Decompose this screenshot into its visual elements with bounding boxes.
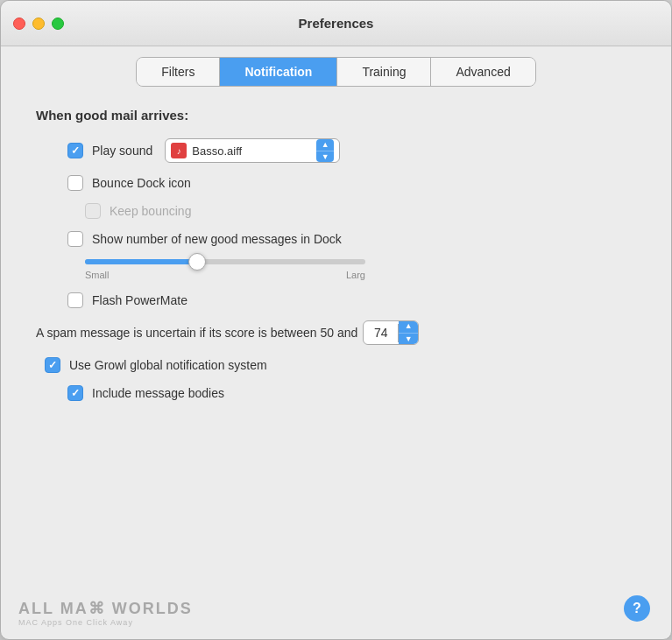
sound-stepper-up[interactable]: ▲	[316, 139, 334, 151]
spam-stepper-up[interactable]: ▲	[399, 320, 418, 334]
window-title: Preferences	[299, 16, 374, 31]
flash-powermate-checkbox-wrap[interactable]: Flash PowerMate	[67, 292, 187, 308]
keep-bouncing-checkbox-wrap: Keep bouncing	[85, 203, 191, 219]
flash-powermate-row: Flash PowerMate	[67, 292, 636, 308]
keep-bouncing-row: Keep bouncing	[85, 203, 636, 219]
growl-row: Use Growl global notification system	[45, 357, 636, 373]
sound-file-icon: ♪	[171, 143, 187, 158]
sound-dropdown[interactable]: ♪ Basso.aiff ▲ ▼	[165, 138, 340, 163]
traffic-lights	[13, 18, 64, 30]
show-number-checkbox[interactable]	[67, 231, 83, 247]
keep-bouncing-checkbox	[85, 203, 101, 219]
tab-advanced[interactable]: Advanced	[431, 58, 534, 86]
spam-value: 74	[364, 324, 399, 342]
help-button[interactable]: ?	[624, 595, 650, 622]
tab-training[interactable]: Training	[337, 58, 431, 86]
slider-max-label: Larg	[346, 270, 365, 280]
tab-notification[interactable]: Notification	[220, 58, 337, 86]
growl-checkbox[interactable]	[45, 357, 60, 373]
bounce-dock-label: Bounce Dock icon	[92, 176, 191, 190]
growl-label: Use Growl global notification system	[69, 358, 267, 372]
watermark-sub: MAC Apps One Click Away	[18, 618, 133, 627]
slider-track[interactable]	[85, 259, 365, 264]
preferences-window: Preferences Filters Notification Trainin…	[0, 0, 672, 640]
minimize-button[interactable]	[32, 18, 45, 30]
include-bodies-row: Include message bodies	[67, 385, 636, 401]
sound-stepper-down[interactable]: ▼	[316, 151, 334, 163]
bounce-dock-checkbox-wrap[interactable]: Bounce Dock icon	[67, 175, 191, 191]
bounce-dock-row: Bounce Dock icon	[67, 175, 636, 191]
play-sound-checkbox-wrap[interactable]: Play sound	[67, 143, 152, 158]
play-sound-checkbox[interactable]	[67, 143, 83, 158]
flash-powermate-checkbox[interactable]	[67, 292, 83, 308]
tab-group: Filters Notification Training Advanced	[136, 57, 535, 87]
play-sound-row: Play sound ♪ Basso.aiff ▲ ▼	[67, 138, 636, 163]
slider-min-label: Small	[85, 270, 110, 280]
show-number-row: Show number of new good messages in Dock	[67, 231, 636, 247]
tabbar: Filters Notification Training Advanced	[1, 46, 671, 87]
titlebar: Preferences	[1, 1, 671, 46]
play-sound-label: Play sound	[92, 144, 152, 158]
keep-bouncing-label: Keep bouncing	[110, 204, 191, 218]
sound-name: Basso.aiff	[192, 144, 311, 158]
tab-filters[interactable]: Filters	[137, 58, 220, 86]
include-bodies-checkbox-wrap[interactable]: Include message bodies	[67, 385, 224, 401]
include-bodies-checkbox[interactable]	[67, 385, 83, 401]
spam-text: A spam message is uncertain if its score…	[36, 320, 636, 345]
spam-description: A spam message is uncertain if its score…	[36, 324, 357, 342]
watermark: ALL MA⌘ WORLDS MAC Apps One Click Away	[18, 599, 193, 627]
spam-section: A spam message is uncertain if its score…	[36, 320, 636, 345]
bottom-bar: ALL MA⌘ WORLDS MAC Apps One Click Away ?	[1, 613, 671, 639]
slider-labels: Small Larg	[85, 270, 365, 280]
show-number-label: Show number of new good messages in Dock	[92, 232, 342, 246]
maximize-button[interactable]	[52, 18, 64, 30]
include-bodies-label: Include message bodies	[92, 386, 224, 400]
spam-stepper-wrap[interactable]: 74 ▲ ▼	[363, 320, 419, 345]
show-number-checkbox-wrap[interactable]: Show number of new good messages in Dock	[67, 231, 342, 247]
section-label: When good mail arrives:	[36, 108, 636, 123]
spam-stepper-arrows[interactable]: ▲ ▼	[399, 320, 418, 345]
close-button[interactable]	[13, 18, 25, 30]
slider-thumb[interactable]	[188, 253, 206, 271]
content-area: When good mail arrives: Play sound ♪ Bas…	[1, 87, 671, 613]
watermark-logo: ALL MA⌘ WORLDS	[18, 599, 193, 618]
spam-stepper-down[interactable]: ▼	[399, 334, 418, 346]
bounce-dock-checkbox[interactable]	[67, 175, 83, 191]
flash-powermate-label: Flash PowerMate	[92, 293, 187, 307]
slider-section: Small Larg	[85, 259, 636, 280]
sound-stepper[interactable]: ▲ ▼	[316, 139, 334, 162]
slider-fill	[85, 259, 197, 264]
growl-checkbox-wrap[interactable]: Use Growl global notification system	[45, 357, 267, 373]
